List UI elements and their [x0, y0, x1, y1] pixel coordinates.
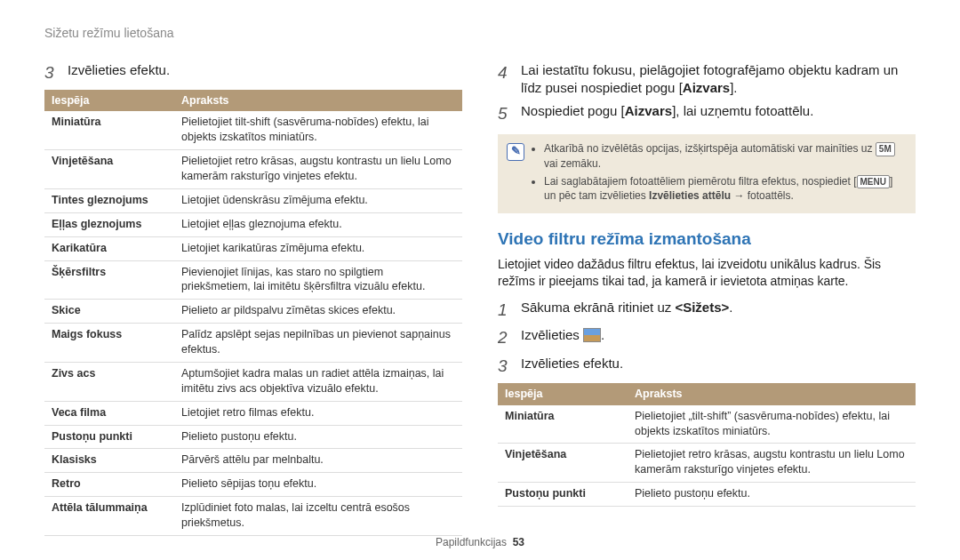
right-column: 4 Lai iestatītu fokusu, pielāgojiet foto… — [498, 58, 916, 536]
opt-name: Retro — [44, 473, 174, 497]
step-4-bold: Aizvars — [683, 80, 730, 95]
table-row: Tintes gleznojumsLietojiet ūdenskrāsu zī… — [44, 188, 462, 212]
table-row: KlasisksPārvērš attēlu par melnbaltu. — [44, 449, 462, 473]
table-row: KarikatūraLietojiet karikatūras zīmējuma… — [44, 236, 462, 260]
table-row: Attēla tālummaiņaIzplūdiniet foto malas,… — [44, 497, 462, 536]
opt-name: Karikatūra — [44, 236, 174, 260]
footer-page-number: 53 — [513, 536, 524, 548]
opt-name: Maigs fokuss — [44, 324, 174, 363]
note-item: Lai saglabātajiem fotoattēliem piemērotu… — [544, 174, 907, 204]
section-intro: Lietojiet video dažādus filtru efektus, … — [498, 256, 916, 290]
opt-name: Pustoņu punkti — [498, 483, 628, 507]
step-5-text-a: Nospiediet pogu [ — [521, 103, 625, 118]
step-1: 1Sākuma ekrānā ritiniet uz <Sižets>. — [498, 299, 916, 322]
step-2: 2Izvēlieties . — [498, 326, 916, 349]
step-5: 5 Nospiediet pogu [Aizvars], lai uzņemtu… — [498, 102, 916, 125]
opt-desc: Lietojiet karikatūras zīmējuma efektu. — [174, 236, 462, 260]
opt-desc: Pielietojiet „tilt-shift” (sasvēruma-nob… — [628, 405, 916, 444]
note-item: Atkarībā no izvēlētās opcijas, izšķirtsp… — [544, 141, 907, 171]
opt-desc: Lietojiet ūdenskrāsu zīmējuma efektu. — [174, 188, 462, 212]
step-5-number: 5 — [498, 102, 514, 125]
step-number: 1 — [498, 299, 514, 322]
table-row: VinjetēšanaPielietojiet retro krāsas, au… — [44, 150, 462, 189]
step-5-bold: Aizvars — [625, 103, 672, 118]
page-footer: Papildfunkcijas 53 — [0, 535, 960, 549]
opt-desc: Pielieto pustoņu efektu. — [628, 483, 916, 507]
opt-name: Vinjetēšana — [44, 150, 174, 189]
step-number: 2 — [498, 326, 514, 349]
opt-desc: Lietojiet eļļas gleznojuma efektu. — [174, 212, 462, 236]
opt-desc: Pielieto ar pildspalvu zīmētas skices ef… — [174, 300, 462, 324]
table-row: MiniatūraPielietojiet tilt-shift (sasvēr… — [44, 111, 462, 149]
note-icon: ✎ — [507, 143, 524, 161]
opt-name: Tintes gleznojums — [44, 188, 174, 212]
opt-name: Vinjetēšana — [498, 444, 628, 483]
step-3: 3Izvēlieties efektu. — [498, 355, 916, 378]
opt-name: Zivs acs — [44, 362, 174, 401]
opt-desc: Palīdz apslēpt sejas nepilnības un pievi… — [174, 324, 462, 363]
opt-name: Šķērsfiltrs — [44, 260, 174, 300]
table-row: SkicePielieto ar pildspalvu zīmētas skic… — [44, 300, 462, 324]
step-4-text: Lai iestatītu fokusu, pielāgojiet fotogr… — [521, 61, 916, 98]
opt-desc: Pielietojiet retro krāsas, augstu kontra… — [174, 150, 462, 189]
opt-desc: Pievienojiet līnijas, kas staro no spilg… — [174, 260, 462, 300]
table-row: Maigs fokussPalīdz apslēpt sejas nepilnī… — [44, 324, 462, 363]
step-number: 3 — [498, 355, 514, 378]
step-5-text-b: ], lai uzņemtu fotoattēlu. — [672, 103, 813, 118]
opt-desc: Pārvērš attēlu par melnbaltu. — [174, 449, 462, 473]
step-4-text-b: ]. — [730, 80, 737, 95]
footer-label: Papildfunkcijas — [436, 536, 507, 548]
options-table-right: Iespēja Apraksts MiniatūraPielietojiet „… — [498, 383, 916, 507]
step-3-text: Izvēlieties efektu. — [68, 61, 170, 84]
opt-desc: Pielietojiet retro krāsas, augstu kontra… — [628, 444, 916, 483]
running-head: Sižetu režīmu lietošana — [44, 25, 916, 42]
th-desc: Apraksts — [174, 90, 462, 112]
filter-mode-icon — [583, 328, 601, 342]
step-4: 4 Lai iestatītu fokusu, pielāgojiet foto… — [498, 61, 916, 98]
th-option: Iespēja — [44, 90, 174, 112]
opt-desc: Izplūdiniet foto malas, lai izceltu cent… — [174, 497, 462, 536]
opt-name: Miniatūra — [498, 405, 628, 444]
step-3: 3 Izvēlieties efektu. — [44, 61, 462, 84]
opt-name: Klasisks — [44, 449, 174, 473]
th-desc: Apraksts — [628, 383, 916, 405]
opt-name: Miniatūra — [44, 111, 174, 149]
table-row: MiniatūraPielietojiet „tilt-shift” (sasv… — [498, 405, 916, 444]
note-list: Atkarībā no izvēlētās opcijas, izšķirtsp… — [532, 141, 907, 206]
opt-name: Pustoņu punkti — [44, 425, 174, 449]
opt-name: Veca filma — [44, 401, 174, 425]
table-row: Veca filmaLietojiet retro filmas efektu. — [44, 401, 462, 425]
table-row: RetroPielieto sēpijas toņu efektu. — [44, 473, 462, 497]
step-text: Izvēlieties . — [521, 326, 604, 349]
left-column: 3 Izvēlieties efektu. Iespēja Apraksts M… — [44, 58, 462, 536]
opt-desc: Pielieto sēpijas toņu efektu. — [174, 473, 462, 497]
table-row: Pustoņu punktiPielieto pustoņu efektu. — [498, 483, 916, 507]
options-table-left: Iespēja Apraksts MiniatūraPielietojiet t… — [44, 90, 462, 536]
menu-glyph: MENU — [857, 175, 890, 189]
step-4-number: 4 — [498, 61, 514, 98]
step-3-number: 3 — [44, 61, 60, 84]
step-text: Sākuma ekrānā ritiniet uz <Sižets>. — [521, 299, 732, 322]
section-heading-video-filter: Video filtru režīma izmantošana — [498, 228, 916, 251]
step-5-text: Nospiediet pogu [Aizvars], lai uzņemtu f… — [521, 102, 813, 125]
resolution-glyph: 5M — [876, 142, 895, 156]
opt-desc: Aptumšojiet kadra malas un radiet attēla… — [174, 362, 462, 401]
step-text: Izvēlieties efektu. — [521, 355, 623, 378]
opt-desc: Pielieto pustoņu efektu. — [174, 425, 462, 449]
opt-name: Attēla tālummaiņa — [44, 497, 174, 536]
opt-name: Eļļas gleznojums — [44, 212, 174, 236]
table-row: ŠķērsfiltrsPievienojiet līnijas, kas sta… — [44, 260, 462, 300]
opt-desc: Pielietojiet tilt-shift (sasvēruma-nobīd… — [174, 111, 462, 149]
table-row: Pustoņu punktiPielieto pustoņu efektu. — [44, 425, 462, 449]
table-row: Zivs acsAptumšojiet kadra malas un radie… — [44, 362, 462, 401]
opt-name: Skice — [44, 300, 174, 324]
table-row: VinjetēšanaPielietojiet retro krāsas, au… — [498, 444, 916, 483]
note-box: ✎ Atkarībā no izvēlētās opcijas, izšķirt… — [498, 134, 916, 213]
opt-desc: Lietojiet retro filmas efektu. — [174, 401, 462, 425]
th-option: Iespēja — [498, 383, 628, 405]
table-row: Eļļas gleznojumsLietojiet eļļas gleznoju… — [44, 212, 462, 236]
